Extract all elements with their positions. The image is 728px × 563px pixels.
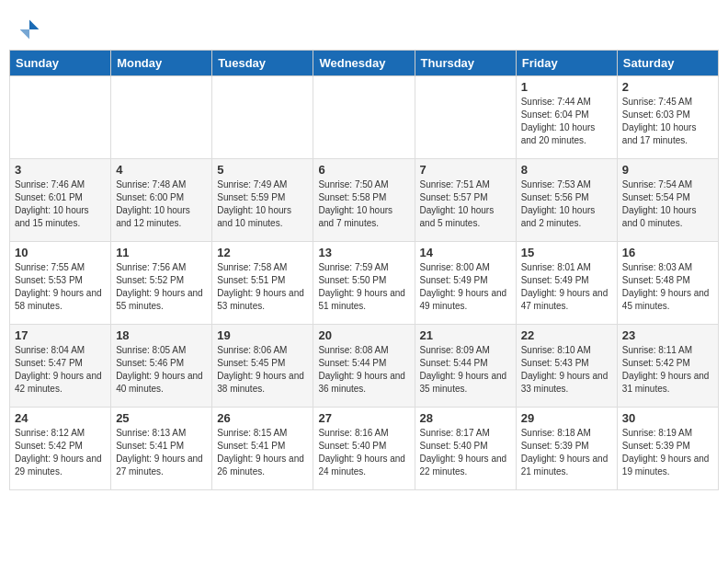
- day-info: Sunrise: 7:59 AM Sunset: 5:50 PM Dayligh…: [318, 261, 409, 313]
- calendar-cell: 13Sunrise: 7:59 AM Sunset: 5:50 PM Dayli…: [313, 242, 415, 325]
- day-header-thursday: Thursday: [415, 51, 516, 76]
- day-number: 24: [15, 411, 106, 425]
- day-number: 23: [622, 328, 713, 342]
- day-info: Sunrise: 7:55 AM Sunset: 5:53 PM Dayligh…: [15, 261, 106, 313]
- day-info: Sunrise: 7:56 AM Sunset: 5:52 PM Dayligh…: [116, 261, 207, 313]
- calendar-cell: 30Sunrise: 8:19 AM Sunset: 5:39 PM Dayli…: [617, 408, 718, 490]
- day-info: Sunrise: 8:15 AM Sunset: 5:41 PM Dayligh…: [217, 427, 308, 478]
- day-number: 5: [217, 163, 308, 177]
- svg-marker-1: [20, 29, 29, 39]
- day-header-sunday: Sunday: [10, 51, 111, 76]
- calendar-week-row: 17Sunrise: 8:04 AM Sunset: 5:47 PM Dayli…: [10, 325, 719, 408]
- day-info: Sunrise: 8:01 AM Sunset: 5:49 PM Dayligh…: [521, 261, 612, 313]
- day-info: Sunrise: 7:48 AM Sunset: 6:00 PM Dayligh…: [116, 178, 207, 230]
- calendar-cell: 19Sunrise: 8:06 AM Sunset: 5:45 PM Dayli…: [212, 325, 313, 408]
- calendar-cell: 1Sunrise: 7:44 AM Sunset: 6:04 PM Daylig…: [516, 76, 617, 159]
- calendar-cell: [313, 76, 415, 159]
- calendar-cell: [212, 76, 313, 159]
- calendar-cell: 14Sunrise: 8:00 AM Sunset: 5:49 PM Dayli…: [415, 242, 516, 325]
- day-number: 6: [318, 163, 409, 177]
- calendar-cell: 25Sunrise: 8:13 AM Sunset: 5:41 PM Dayli…: [111, 408, 212, 490]
- calendar-cell: [415, 76, 516, 159]
- calendar-table: SundayMondayTuesdayWednesdayThursdayFrid…: [9, 50, 719, 490]
- calendar-cell: 6Sunrise: 7:50 AM Sunset: 5:58 PM Daylig…: [313, 159, 415, 242]
- calendar-cell: 15Sunrise: 8:01 AM Sunset: 5:49 PM Dayli…: [516, 242, 617, 325]
- day-info: Sunrise: 7:53 AM Sunset: 5:56 PM Dayligh…: [521, 178, 612, 230]
- day-number: 29: [521, 411, 612, 425]
- calendar-cell: 18Sunrise: 8:05 AM Sunset: 5:46 PM Dayli…: [111, 325, 212, 408]
- calendar-cell: 10Sunrise: 7:55 AM Sunset: 5:53 PM Dayli…: [10, 242, 111, 325]
- day-number: 4: [116, 163, 207, 177]
- day-number: 20: [318, 328, 409, 342]
- calendar-cell: 9Sunrise: 7:54 AM Sunset: 5:54 PM Daylig…: [617, 159, 718, 242]
- day-number: 11: [116, 246, 207, 259]
- logo: [18, 18, 44, 40]
- day-number: 7: [420, 163, 511, 177]
- calendar-header-row: SundayMondayTuesdayWednesdayThursdayFrid…: [10, 51, 719, 76]
- day-info: Sunrise: 7:50 AM Sunset: 5:58 PM Dayligh…: [318, 178, 409, 230]
- day-number: 19: [217, 328, 308, 342]
- day-info: Sunrise: 8:13 AM Sunset: 5:41 PM Dayligh…: [116, 427, 207, 478]
- day-info: Sunrise: 8:03 AM Sunset: 5:48 PM Dayligh…: [622, 261, 713, 313]
- day-number: 9: [622, 163, 713, 177]
- day-info: Sunrise: 7:46 AM Sunset: 6:01 PM Dayligh…: [15, 178, 106, 230]
- calendar-cell: 21Sunrise: 8:09 AM Sunset: 5:44 PM Dayli…: [415, 325, 516, 408]
- day-header-friday: Friday: [516, 51, 617, 76]
- day-info: Sunrise: 8:12 AM Sunset: 5:42 PM Dayligh…: [15, 427, 106, 478]
- calendar-cell: 20Sunrise: 8:08 AM Sunset: 5:44 PM Dayli…: [313, 325, 415, 408]
- day-info: Sunrise: 7:49 AM Sunset: 5:59 PM Dayligh…: [217, 178, 308, 230]
- day-info: Sunrise: 8:08 AM Sunset: 5:44 PM Dayligh…: [318, 344, 409, 396]
- calendar-cell: 26Sunrise: 8:15 AM Sunset: 5:41 PM Dayli…: [212, 408, 313, 490]
- calendar-cell: 8Sunrise: 7:53 AM Sunset: 5:56 PM Daylig…: [516, 159, 617, 242]
- day-info: Sunrise: 8:04 AM Sunset: 5:47 PM Dayligh…: [15, 344, 106, 396]
- day-info: Sunrise: 7:44 AM Sunset: 6:04 PM Dayligh…: [521, 96, 612, 147]
- day-number: 27: [318, 411, 409, 425]
- day-number: 25: [116, 411, 207, 425]
- day-header-saturday: Saturday: [617, 51, 718, 76]
- calendar-cell: 16Sunrise: 8:03 AM Sunset: 5:48 PM Dayli…: [617, 242, 718, 325]
- calendar-week-row: 10Sunrise: 7:55 AM Sunset: 5:53 PM Dayli…: [10, 242, 719, 325]
- day-number: 22: [521, 328, 612, 342]
- day-header-monday: Monday: [111, 51, 212, 76]
- day-number: 28: [420, 411, 511, 425]
- calendar-cell: 12Sunrise: 7:58 AM Sunset: 5:51 PM Dayli…: [212, 242, 313, 325]
- calendar-week-row: 1Sunrise: 7:44 AM Sunset: 6:04 PM Daylig…: [10, 76, 719, 159]
- calendar-cell: 2Sunrise: 7:45 AM Sunset: 6:03 PM Daylig…: [617, 76, 718, 159]
- day-info: Sunrise: 8:06 AM Sunset: 5:45 PM Dayligh…: [217, 344, 308, 396]
- day-number: 18: [116, 328, 207, 342]
- day-info: Sunrise: 8:16 AM Sunset: 5:40 PM Dayligh…: [318, 427, 409, 478]
- day-number: 8: [521, 163, 612, 177]
- day-number: 26: [217, 411, 308, 425]
- day-info: Sunrise: 7:58 AM Sunset: 5:51 PM Dayligh…: [217, 261, 308, 313]
- day-number: 14: [420, 246, 511, 259]
- day-number: 13: [318, 246, 409, 259]
- day-info: Sunrise: 8:17 AM Sunset: 5:40 PM Dayligh…: [420, 427, 511, 478]
- day-number: 3: [15, 163, 106, 177]
- day-number: 10: [15, 246, 106, 259]
- calendar-cell: 5Sunrise: 7:49 AM Sunset: 5:59 PM Daylig…: [212, 159, 313, 242]
- day-info: Sunrise: 8:11 AM Sunset: 5:42 PM Dayligh…: [622, 344, 713, 396]
- logo-icon: [18, 18, 40, 40]
- calendar-cell: 28Sunrise: 8:17 AM Sunset: 5:40 PM Dayli…: [415, 408, 516, 490]
- calendar-cell: 22Sunrise: 8:10 AM Sunset: 5:43 PM Dayli…: [516, 325, 617, 408]
- svg-marker-0: [29, 20, 39, 29]
- day-header-tuesday: Tuesday: [212, 51, 313, 76]
- calendar-cell: 24Sunrise: 8:12 AM Sunset: 5:42 PM Dayli…: [10, 408, 111, 490]
- day-info: Sunrise: 7:45 AM Sunset: 6:03 PM Dayligh…: [622, 96, 713, 147]
- day-info: Sunrise: 8:00 AM Sunset: 5:49 PM Dayligh…: [420, 261, 511, 313]
- day-number: 15: [521, 246, 612, 259]
- calendar-cell: [111, 76, 212, 159]
- page-header: [9, 9, 719, 45]
- day-number: 2: [622, 80, 713, 94]
- calendar-cell: 4Sunrise: 7:48 AM Sunset: 6:00 PM Daylig…: [111, 159, 212, 242]
- day-number: 16: [622, 246, 713, 259]
- day-header-wednesday: Wednesday: [313, 51, 415, 76]
- calendar-cell: 11Sunrise: 7:56 AM Sunset: 5:52 PM Dayli…: [111, 242, 212, 325]
- day-info: Sunrise: 8:10 AM Sunset: 5:43 PM Dayligh…: [521, 344, 612, 396]
- day-info: Sunrise: 8:19 AM Sunset: 5:39 PM Dayligh…: [622, 427, 713, 478]
- calendar-cell: 17Sunrise: 8:04 AM Sunset: 5:47 PM Dayli…: [10, 325, 111, 408]
- day-info: Sunrise: 7:51 AM Sunset: 5:57 PM Dayligh…: [420, 178, 511, 230]
- day-info: Sunrise: 8:09 AM Sunset: 5:44 PM Dayligh…: [420, 344, 511, 396]
- day-info: Sunrise: 8:18 AM Sunset: 5:39 PM Dayligh…: [521, 427, 612, 478]
- calendar-cell: 27Sunrise: 8:16 AM Sunset: 5:40 PM Dayli…: [313, 408, 415, 490]
